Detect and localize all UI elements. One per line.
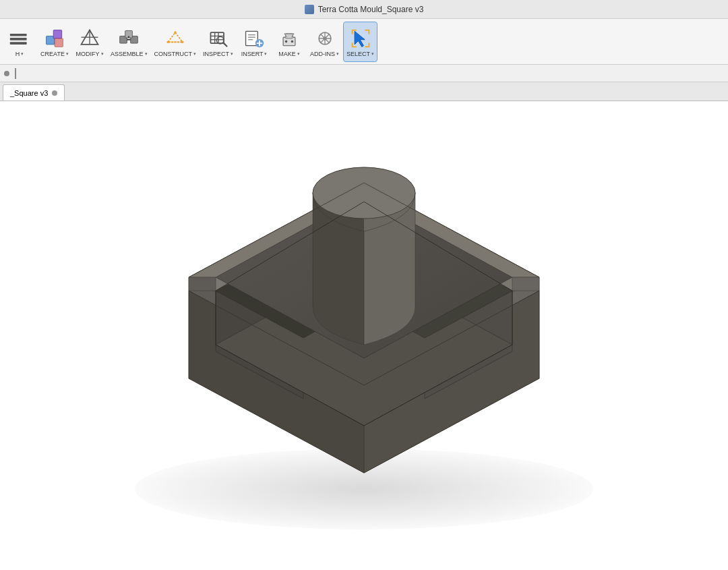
tab-bar: _Square v3 [0, 82, 728, 101]
svg-point-35 [291, 40, 294, 42]
svg-marker-38 [355, 31, 365, 47]
svg-rect-33 [286, 33, 293, 38]
tab-label: _Square v3 [10, 89, 48, 97]
assemble-icon [117, 26, 141, 51]
viewport [0, 101, 728, 570]
inspect-label: INSPECT▾ [203, 51, 233, 57]
construct-label: CONSTRUCT▾ [154, 51, 197, 57]
addins-icon [313, 26, 337, 51]
select-label: SELECT▾ [346, 51, 374, 57]
cylinder [313, 167, 415, 345]
window-title: Terra Cotta Mould_Square v3 [318, 5, 424, 14]
nav-dot [4, 71, 9, 76]
insert-icon [242, 26, 266, 51]
svg-rect-2 [10, 42, 27, 45]
toolbar-group-select[interactable]: SELECT▾ [343, 22, 377, 62]
search-label: H▾ [16, 51, 24, 57]
create-label: CREATE▾ [40, 51, 69, 57]
document-tab[interactable]: _Square v3 [3, 84, 65, 101]
svg-point-37 [323, 36, 326, 40]
construct-icon [163, 26, 187, 51]
tab-close-dot[interactable] [52, 90, 57, 96]
assemble-label: ASSEMBLE▾ [111, 51, 148, 57]
svg-marker-55 [189, 277, 216, 291]
svg-point-34 [285, 40, 288, 42]
toolbar: H▾ CREATE▾ MODIFY▾ [0, 19, 728, 65]
toolbar-group-inspect[interactable]: INSPECT▾ [200, 22, 236, 62]
svg-marker-54 [512, 277, 539, 291]
toolbar-group-search[interactable]: H▾ [3, 22, 36, 62]
addins-label: ADD-INS▾ [310, 51, 339, 57]
svg-point-17 [166, 40, 169, 43]
modify-label: MODIFY▾ [76, 51, 104, 57]
toolbar-group-addins[interactable]: ADD-INS▾ [307, 22, 342, 62]
toolbar-group-create[interactable]: CREATE▾ [38, 22, 71, 62]
svg-rect-1 [10, 38, 27, 40]
app-icon [305, 5, 314, 14]
select-icon [348, 26, 373, 51]
toolbar-group-make[interactable]: MAKE▾ [272, 22, 306, 62]
toolbar-group-construct[interactable]: CONSTRUCT▾ [152, 22, 200, 62]
nav-bar [15, 68, 16, 79]
svg-point-16 [174, 31, 177, 34]
svg-rect-5 [55, 38, 63, 47]
toolbar-group-insert[interactable]: INSERT▾ [237, 22, 271, 62]
make-icon [277, 26, 301, 51]
svg-marker-14 [168, 32, 182, 42]
search-icon [7, 26, 32, 51]
svg-rect-0 [10, 33, 27, 36]
svg-point-64 [313, 167, 415, 219]
modify-icon [78, 26, 102, 51]
model-canvas [0, 101, 728, 570]
toolbar-group-modify[interactable]: MODIFY▾ [73, 22, 107, 62]
make-label: MAKE▾ [278, 51, 300, 57]
inspect-icon [206, 26, 231, 51]
svg-rect-4 [53, 30, 61, 38]
toolbar-group-assemble[interactable]: ASSEMBLE▾ [108, 22, 150, 62]
model-svg [135, 142, 593, 527]
3d-model [135, 142, 593, 530]
second-bar [0, 65, 728, 82]
insert-label: INSERT▾ [241, 51, 268, 57]
create-icon [42, 26, 67, 51]
title-bar: Terra Cotta Mould_Square v3 [0, 0, 728, 19]
svg-point-18 [181, 40, 184, 43]
